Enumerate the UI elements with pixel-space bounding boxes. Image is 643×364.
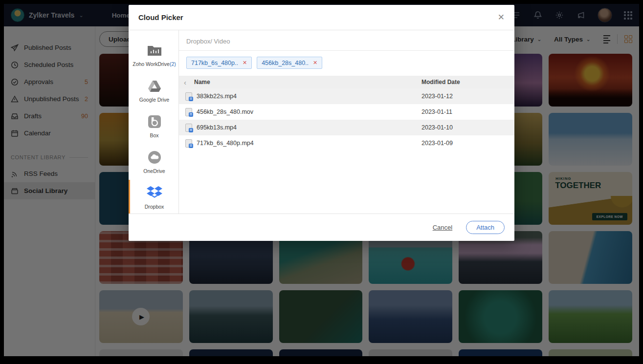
service-count: (2): [170, 61, 176, 67]
picker-pane: Dropbox/ Video 717kb_6s_480p.. ✕ 456kb_2…: [179, 30, 514, 214]
file-chip[interactable]: 456kb_28s_480.. ✕: [257, 57, 322, 69]
close-icon[interactable]: ✕: [498, 13, 505, 21]
dropbox-icon: [146, 186, 163, 200]
service-zoho-workdrive[interactable]: Zoho WorkDrive(2): [129, 37, 178, 73]
modal-title: Cloud Picker: [138, 13, 183, 21]
file-table: ‹ Name Modified Date 383kb22s.mp4 2023-0…: [179, 76, 514, 151]
cancel-button[interactable]: Cancel: [433, 224, 452, 231]
file-name: 383kb22s.mp4: [197, 93, 237, 100]
file-chip[interactable]: 717kb_6s_480p.. ✕: [186, 57, 252, 69]
modal-footer: Cancel Attach: [129, 214, 514, 241]
chip-close-icon[interactable]: ✕: [313, 60, 317, 66]
selected-files-chips: 717kb_6s_480p.. ✕ 456kb_28s_480.. ✕: [179, 51, 514, 75]
service-onedrive[interactable]: OneDrive: [129, 144, 178, 180]
file-name: 717kb_6s_480p.mp4: [197, 140, 254, 147]
service-dropbox[interactable]: Dropbox: [129, 180, 178, 214]
name-column-header: Name: [194, 79, 210, 86]
file-date: 2023-01-11: [421, 108, 514, 115]
video-file-icon: [185, 92, 192, 101]
cloud-picker-modal: Cloud Picker ✕ Zoho WorkDrive(2) Google …: [129, 5, 514, 241]
table-row[interactable]: 717kb_6s_480p.mp4 2023-01-09: [179, 135, 514, 151]
file-name: 695kb13s.mp4: [197, 124, 237, 131]
onedrive-icon: [146, 150, 163, 165]
video-file-icon: [185, 139, 192, 148]
modal-header: Cloud Picker ✕: [129, 5, 514, 30]
file-date: 2023-01-10: [421, 124, 514, 131]
service-label: Zoho WorkDrive(2): [132, 61, 177, 67]
table-row[interactable]: 456kb_28s_480.mov 2023-01-11: [179, 104, 514, 120]
file-date: 2023-01-09: [421, 140, 514, 147]
breadcrumb[interactable]: Dropbox/ Video: [179, 30, 514, 51]
attach-button[interactable]: Attach: [466, 221, 505, 234]
service-name: Google Drive: [138, 97, 170, 103]
service-name: Zoho WorkDrive: [133, 61, 170, 67]
file-date: 2023-01-12: [421, 93, 514, 100]
zoho-workdrive-icon: [146, 43, 163, 58]
chip-label: 717kb_6s_480p..: [191, 60, 238, 66]
back-chevron-icon[interactable]: ‹: [184, 78, 186, 86]
video-file-icon: [185, 124, 192, 132]
service-name: Dropbox: [144, 204, 165, 210]
service-name: OneDrive: [142, 168, 166, 174]
service-google-drive[interactable]: Google Drive: [129, 73, 178, 108]
service-box[interactable]: Box: [129, 108, 178, 144]
table-row[interactable]: 383kb22s.mp4 2023-01-12: [179, 88, 514, 104]
table-row[interactable]: 695kb13s.mp4 2023-01-10: [179, 120, 514, 135]
video-file-icon: [185, 108, 192, 116]
chip-close-icon[interactable]: ✕: [243, 60, 247, 66]
google-drive-icon: [146, 79, 163, 93]
chip-label: 456kb_28s_480..: [262, 60, 309, 66]
cloud-services-list: Zoho WorkDrive(2) Google Drive Box OneDr…: [129, 30, 179, 214]
file-name: 456kb_28s_480.mov: [197, 108, 253, 115]
service-name: Box: [149, 132, 159, 139]
box-icon: [146, 114, 163, 129]
table-header-row: ‹ Name Modified Date: [179, 76, 514, 88]
date-column-header: Modified Date: [421, 79, 514, 86]
